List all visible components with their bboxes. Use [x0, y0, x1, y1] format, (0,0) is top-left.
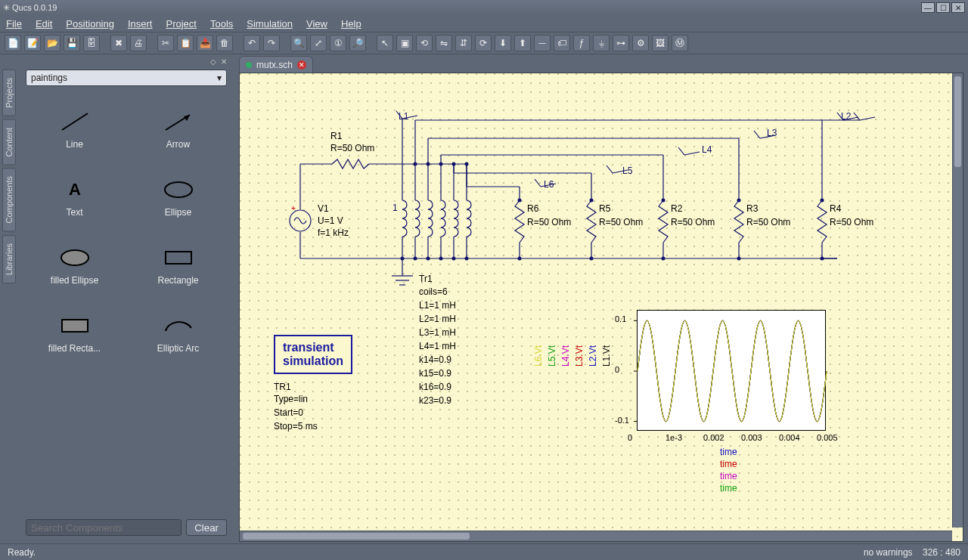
menu-positioning[interactable]: Positioning [66, 18, 114, 29]
open-button[interactable]: 📂 [44, 35, 60, 51]
palette-label: Elliptic Arc [157, 343, 199, 354]
load-name-R5: R5 [599, 203, 610, 214]
tr1-line-8: k23=0.9 [419, 395, 451, 406]
palette-arrow[interactable]: Arrow [129, 95, 227, 163]
maximize-button[interactable]: ☐ [936, 2, 950, 13]
menu-help[interactable]: Help [341, 18, 361, 29]
mirror-h-button[interactable]: ⇋ [436, 35, 452, 51]
equation-button[interactable]: ƒ [573, 35, 590, 51]
sidetab-content[interactable]: Content [2, 119, 16, 166]
port-button[interactable]: ⊶ [613, 35, 629, 51]
name-label-button[interactable]: 🏷 [554, 35, 570, 51]
sim-box[interactable]: transient simulation [274, 335, 352, 374]
palette-label: filled Recta... [48, 343, 101, 354]
palette-line[interactable]: Line [26, 95, 123, 163]
svg-rect-7 [62, 320, 88, 332]
menu-simulation[interactable]: Simulation [247, 18, 293, 29]
zoom-1-button[interactable]: ① [330, 35, 346, 51]
svg-point-70 [737, 257, 741, 261]
load-val-R2: R=50 Ohm [671, 217, 715, 227]
sidetab-projects[interactable]: Projects [2, 70, 16, 116]
print-button[interactable]: 🖨 [130, 35, 147, 51]
palette-ellipse[interactable]: Ellipse [129, 163, 227, 231]
marker-button[interactable]: Ⓜ [672, 35, 688, 51]
titlebar: ✳ Qucs 0.0.19 — ☐ ✕ [0, 0, 968, 15]
copy-button[interactable]: 📋 [177, 35, 194, 51]
minimize-button[interactable]: — [921, 2, 935, 13]
search-input[interactable] [26, 519, 182, 536]
palette-filled-ellipse[interactable]: filled Ellipse [26, 231, 123, 299]
undo-button[interactable]: ↶ [244, 35, 260, 51]
plot[interactable] [637, 310, 826, 431]
file-icon [246, 62, 252, 68]
menu-insert[interactable]: Insert [128, 18, 153, 29]
timelabel-2: time [720, 471, 737, 481]
new-button[interactable]: 📄 [5, 35, 21, 51]
close-button[interactable]: ✕ [951, 2, 965, 13]
menu-edit[interactable]: Edit [36, 18, 52, 29]
pointer-button[interactable]: ↖ [377, 35, 393, 51]
vertical-scrollbar[interactable] [952, 73, 963, 528]
refresh-button[interactable]: ⟳ [475, 35, 492, 51]
dock-close-icon[interactable]: ✕ [221, 57, 227, 68]
select-area-button[interactable]: ▣ [396, 35, 413, 51]
ground-button[interactable]: ⏚ [593, 35, 610, 51]
upload-button[interactable]: ⬆ [514, 35, 531, 51]
text-icon: A [56, 177, 94, 203]
svg-point-61 [518, 257, 522, 261]
tab-mutx[interactable]: mutx.sch ✕ [239, 56, 313, 73]
palette-text[interactable]: AText [26, 163, 123, 231]
discard-button[interactable]: 🗑 [216, 35, 233, 51]
menu-tools[interactable]: Tools [210, 18, 233, 29]
horizontal-scrollbar[interactable] [240, 531, 952, 541]
palette-rectangle[interactable]: Rectangle [129, 231, 227, 299]
cut-button[interactable]: ✂ [157, 35, 174, 51]
probe-L5: L5 [622, 166, 632, 176]
palette-filled-recta-[interactable]: filled Recta... [26, 299, 123, 367]
save-all-button[interactable]: 🗄 [83, 35, 100, 51]
arrow-icon [160, 109, 197, 135]
dock-undock-icon[interactable]: ◇ [210, 57, 216, 68]
mirror-v-button[interactable]: ⇵ [455, 35, 472, 51]
legend-L6.Vt: L6.Vt [533, 345, 544, 367]
sidetab-components[interactable]: Components [2, 168, 16, 231]
zoom-in-button[interactable]: 🔍 [290, 35, 307, 51]
tr1-line-6: k15=0.9 [419, 368, 451, 379]
tab-close-icon[interactable]: ✕ [297, 60, 306, 70]
redo-button[interactable]: ↷ [263, 35, 280, 51]
category-combobox[interactable]: paintings ▾ [26, 70, 227, 86]
window-title: Qucs 0.0.19 [12, 3, 57, 12]
tr1-line-3: L3=1 mH [419, 327, 456, 338]
menu-view[interactable]: View [306, 18, 327, 29]
tr1-line-5: k14=0.9 [419, 354, 451, 365]
new-text-button[interactable]: 📝 [24, 35, 41, 51]
palette-label: Line [66, 139, 83, 150]
download-button[interactable]: ⬇ [495, 35, 511, 51]
delete-button[interactable]: ✖ [110, 35, 127, 51]
sim-title-b: simulation [283, 354, 343, 368]
load-name-R3: R3 [746, 203, 758, 214]
v1-u: U=1 V [318, 215, 343, 226]
wire-button[interactable]: ─ [534, 35, 551, 51]
sim-name: TR1 [274, 382, 291, 392]
status-left: Ready. [8, 547, 36, 558]
svg-point-5 [61, 250, 88, 265]
zoom-fit-button[interactable]: ⤢ [310, 35, 327, 51]
schematic-canvas[interactable]: + R1 R=50 Ohm V1 U=1 V f=1 kHz 1 L1 L2 L… [239, 73, 963, 542]
sidetab-libraries[interactable]: Libraries [2, 235, 16, 283]
palette-elliptic-arc[interactable]: Elliptic Arc [129, 299, 227, 367]
menu-file[interactable]: File [6, 18, 22, 29]
save-button[interactable]: 💾 [64, 35, 80, 51]
paste-button[interactable]: 📥 [197, 35, 213, 51]
gear-button[interactable]: ⚙ [632, 35, 649, 51]
zoom-out-button[interactable]: 🔎 [349, 35, 366, 51]
svg-line-0 [62, 113, 88, 130]
probe-L4: L4 [702, 144, 712, 155]
palette-label: Text [66, 207, 82, 218]
legend-L1.Vt: L1.Vt [601, 345, 612, 367]
menu-project[interactable]: Project [166, 18, 196, 29]
rotate-ccw-button[interactable]: ⟲ [416, 35, 433, 51]
palette-label: Rectangle [157, 275, 198, 286]
clear-button[interactable]: Clear [186, 519, 227, 536]
image-button[interactable]: 🖼 [652, 35, 669, 51]
